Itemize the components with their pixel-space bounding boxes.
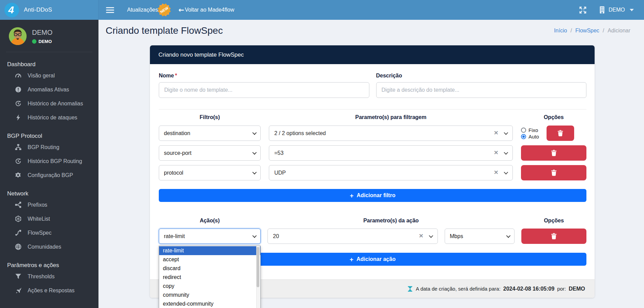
sidebar-item-acoes-respostas[interactable]: Ações e Respostas: [0, 283, 98, 297]
breadcrumb-inicio[interactable]: Início: [554, 28, 567, 34]
delete-filter-button-2[interactable]: [521, 145, 586, 161]
radio-auto[interactable]: Auto: [521, 134, 539, 140]
plus-icon: +: [350, 192, 354, 199]
bolt-icon: [15, 114, 21, 121]
sitemap-icon: [15, 144, 21, 150]
clear-icon[interactable]: ×: [494, 148, 498, 157]
action-param-multiselect[interactable]: 20 ×: [267, 229, 438, 244]
breadcrumb-separator: /: [570, 28, 572, 34]
trash-icon: [557, 130, 563, 136]
filter-type-value: destination: [164, 130, 190, 136]
filter-param-multiselect-3[interactable]: UDP ×: [269, 165, 513, 180]
dropdown-scrollbar[interactable]: [256, 246, 260, 308]
action-unit-select[interactable]: Mbps: [445, 229, 515, 244]
hexagon-globe-icon: [15, 216, 21, 222]
dropdown-option-redirect[interactable]: redirect: [159, 273, 260, 282]
status-dot-icon: [32, 39, 36, 44]
sidebar-item-bgp-routing[interactable]: BGP Routing: [0, 140, 98, 154]
action-type-value: rate-limit: [164, 233, 185, 239]
template-name-input[interactable]: [159, 82, 369, 98]
filter-param-multiselect-1[interactable]: 2 / 2 options selected ×: [269, 126, 513, 141]
dropdown-option-copy[interactable]: copy: [159, 282, 260, 291]
plus-icon: +: [350, 256, 353, 263]
sidebar-item-thresholds[interactable]: Thresholds: [0, 269, 98, 283]
clear-icon[interactable]: ×: [494, 168, 498, 176]
chevron-down-icon: [506, 234, 511, 238]
sidebar-item-visao-geral[interactable]: Visão geral: [0, 69, 98, 83]
breadcrumb-separator: /: [603, 28, 604, 34]
topbar: 4 Anti-DDoS Atualizações NEW ← Voltar ao…: [0, 0, 644, 20]
filter-type-value: protocol: [164, 170, 183, 176]
user-name: DEMO: [32, 29, 52, 36]
sidebar-item-historico-ataques[interactable]: Histórico de ataques: [0, 111, 98, 124]
updates-link[interactable]: Atualizações NEW: [127, 7, 158, 13]
sidebar-item-historico-bgp-routing[interactable]: Histórico BGP Routing: [0, 154, 98, 168]
action-type-select[interactable]: rate-limit: [159, 229, 261, 244]
filter-icon: [15, 273, 21, 280]
add-filter-button[interactable]: + Adicionar filtro: [159, 189, 586, 202]
filter-type-select-3[interactable]: protocol: [159, 165, 261, 180]
radio-fixo[interactable]: Fixo: [521, 127, 539, 133]
filter-type-select-1[interactable]: destination: [159, 126, 261, 141]
trash-icon: [551, 233, 557, 239]
filter-type-select-2[interactable]: source-port: [159, 145, 261, 161]
sidebar: DEMO DEMO Dashboard Visão geral Anomalia…: [0, 20, 98, 308]
brand: 4 Anti-DDoS: [0, 0, 98, 20]
sidebar-item-historico-anomalias[interactable]: Histórico de Anomalias: [0, 97, 98, 111]
filters-column-header: Filtro(s): [159, 114, 261, 121]
org-menu[interactable]: DEMO: [599, 6, 634, 14]
breadcrumb-flowspec[interactable]: FlowSpec: [576, 28, 599, 34]
dropdown-option-community[interactable]: community: [159, 291, 260, 299]
sidebar-item-anomalias-ativas[interactable]: Anomalias Ativas: [0, 83, 98, 97]
dropdown-option-discard[interactable]: discard: [159, 264, 260, 273]
back-to-made4flow-link[interactable]: ← Voltar ao Made4flow: [179, 6, 234, 14]
chevron-down-icon[interactable]: [504, 170, 508, 175]
app-logo-icon: 4: [4, 3, 19, 17]
breadcrumb-adicionar: Adicionar: [608, 28, 630, 34]
clear-icon[interactable]: ×: [494, 129, 498, 137]
chevron-down-icon[interactable]: [504, 150, 508, 155]
alert-circle-icon: [15, 86, 21, 93]
route-icon: [15, 230, 21, 236]
avatar: [9, 27, 27, 45]
clear-icon[interactable]: ×: [419, 232, 423, 240]
creation-date-prefix: A data de criação, será definida para:: [416, 286, 501, 292]
sidebar-item-label: Histórico de ataques: [28, 115, 77, 121]
radio-icon: [521, 128, 526, 133]
sidebar-item-configuracao-bgp[interactable]: Configuração BGP: [0, 168, 98, 182]
chevron-down-icon: [252, 150, 257, 155]
actions-column-header: Ação(s): [159, 218, 261, 224]
name-label: Nome*: [159, 73, 177, 78]
action-options-column-header: Opções: [521, 218, 586, 224]
page-title: Criando template FlowSpec: [106, 25, 223, 36]
chevron-down-icon[interactable]: [504, 131, 508, 135]
section-bgp-protocol: BGP Protocol: [0, 124, 98, 140]
org-name: DEMO: [609, 7, 625, 13]
sidebar-item-comunidades[interactable]: Comunidades: [0, 240, 98, 254]
sidebar-item-whitelist[interactable]: WhiteList: [0, 212, 98, 226]
chevron-down-icon: [252, 234, 257, 238]
template-description-input[interactable]: [376, 82, 587, 98]
filter-param-multiselect-2[interactable]: =53 ×: [269, 145, 513, 161]
sidebar-item-flowspec[interactable]: FlowSpec: [0, 226, 98, 240]
history-icon: [15, 158, 21, 164]
filter-options-column-header: Opções: [521, 114, 586, 121]
globe-icon: [15, 244, 21, 250]
radio-icon: [521, 134, 526, 139]
dropdown-option-extended-community[interactable]: extended-community: [159, 299, 260, 308]
sidebar-item-label: Ações e Respostas: [28, 288, 75, 294]
sidebar-item-label: Histórico BGP Routing: [28, 158, 82, 164]
dropdown-option-rate-limit[interactable]: rate-limit: [159, 246, 260, 255]
chevron-down-icon[interactable]: [429, 234, 433, 238]
sidebar-item-label: Thresholds: [28, 274, 55, 280]
sidebar-toggle-icon[interactable]: [106, 7, 114, 13]
delete-filter-button-3[interactable]: [521, 165, 586, 180]
sidebar-item-label: FlowSpec: [28, 230, 51, 236]
delete-filter-button-1[interactable]: [547, 126, 574, 141]
fullscreen-icon[interactable]: [579, 6, 587, 14]
trash-icon: [551, 150, 557, 156]
new-badge-icon: NEW: [157, 2, 172, 17]
sidebar-item-prefixos[interactable]: Prefixos: [0, 198, 98, 212]
dropdown-option-accept[interactable]: accept: [159, 255, 260, 264]
delete-action-button[interactable]: [521, 229, 586, 244]
